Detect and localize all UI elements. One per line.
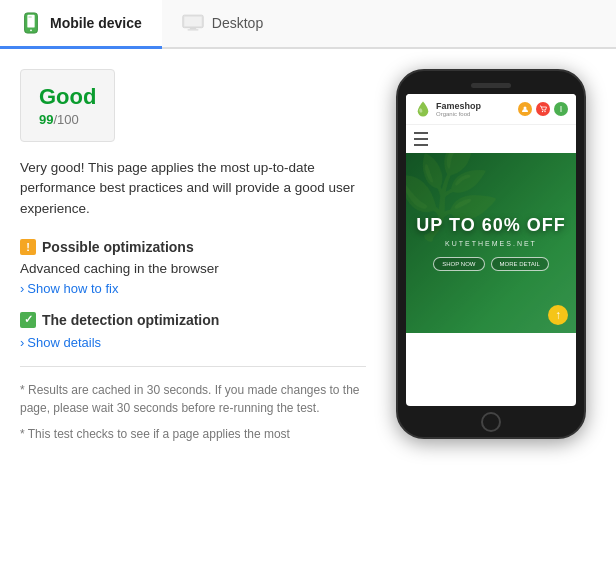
tab-desktop[interactable]: Desktop [162, 0, 283, 49]
score-number: 99 [39, 112, 53, 127]
phone-frame: Fameshop Organic food [396, 69, 586, 439]
cart-icon [539, 105, 547, 113]
tab-mobile-label: Mobile device [50, 15, 142, 31]
header-icon-1 [518, 102, 532, 116]
phone-screen: Fameshop Organic food [406, 94, 576, 406]
left-panel: Good 99/100 Very good! This page applies… [20, 69, 366, 451]
menu-dots-icon [557, 105, 565, 113]
svg-point-12 [560, 106, 562, 108]
screen-header: Fameshop Organic food [406, 94, 576, 125]
brand-logo-icon [414, 100, 432, 118]
svg-rect-5 [184, 17, 201, 26]
brand-sub-text: Organic food [436, 111, 481, 117]
show-how-to-fix-link[interactable]: Show how to fix [20, 281, 118, 296]
phone-mockup: Fameshop Organic food [386, 69, 596, 451]
phone-home-button [481, 412, 501, 432]
hero-btn-shop: SHOP NOW [433, 257, 484, 271]
screen-hero: 🌿 UP TO 60% OFF KUTETHEMES.NET SHOP NOW … [406, 153, 576, 333]
section-optimizations-body: Advanced caching in the browser [20, 261, 366, 276]
svg-point-11 [544, 111, 545, 112]
nav-hamburger [406, 125, 576, 153]
score-denom: /100 [53, 112, 78, 127]
desktop-icon [182, 14, 204, 32]
header-icon-2 [536, 102, 550, 116]
check-icon: ✓ [20, 312, 36, 328]
svg-point-10 [542, 111, 543, 112]
section-optimizations-title: ! Possible optimizations [20, 239, 366, 255]
footer-note-1: * Results are cached in 30 seconds. If y… [20, 381, 366, 417]
svg-rect-7 [187, 29, 198, 30]
score-value: 99/100 [39, 112, 96, 127]
svg-point-2 [30, 29, 32, 31]
hero-title: UP TO 60% OFF [416, 215, 565, 236]
warning-icon: ! [20, 239, 36, 255]
score-box: Good 99/100 [20, 69, 115, 142]
user-icon [521, 105, 529, 113]
hero-subtitle: KUTETHEMES.NET [416, 240, 565, 247]
svg-rect-3 [28, 17, 32, 18]
hero-text-block: UP TO 60% OFF KUTETHEMES.NET SHOP NOW MO… [416, 215, 565, 271]
svg-point-13 [560, 108, 562, 110]
svg-rect-6 [190, 28, 196, 30]
svg-point-14 [560, 110, 562, 112]
fab-button: ↑ [548, 305, 568, 325]
score-label: Good [39, 84, 96, 110]
mobile-icon [20, 12, 42, 34]
brand-logo: Fameshop Organic food [414, 100, 481, 118]
section-detection-title: ✓ The detection optimization [20, 312, 366, 328]
footer-note-2: * This test checks to see if a page appl… [20, 425, 366, 443]
brand-name-text: Fameshop [436, 101, 481, 111]
tab-mobile[interactable]: Mobile device [0, 0, 162, 49]
main-content: Good 99/100 Very good! This page applies… [0, 49, 616, 471]
section-optimizations: ! Possible optimizations Advanced cachin… [20, 239, 366, 296]
hero-btn-more: MORE DETAIL [491, 257, 549, 271]
section-detection: ✓ The detection optimization Show detail… [20, 312, 366, 350]
hero-buttons: SHOP NOW MORE DETAIL [416, 257, 565, 271]
show-details-link[interactable]: Show details [20, 335, 101, 350]
footer-note: * Results are cached in 30 seconds. If y… [20, 366, 366, 443]
header-icon-3 [554, 102, 568, 116]
tab-bar: Mobile device Desktop [0, 0, 616, 49]
tab-desktop-label: Desktop [212, 15, 263, 31]
phone-speaker [471, 83, 511, 88]
header-icons [518, 102, 568, 116]
description-text: Very good! This page applies the most up… [20, 158, 366, 219]
